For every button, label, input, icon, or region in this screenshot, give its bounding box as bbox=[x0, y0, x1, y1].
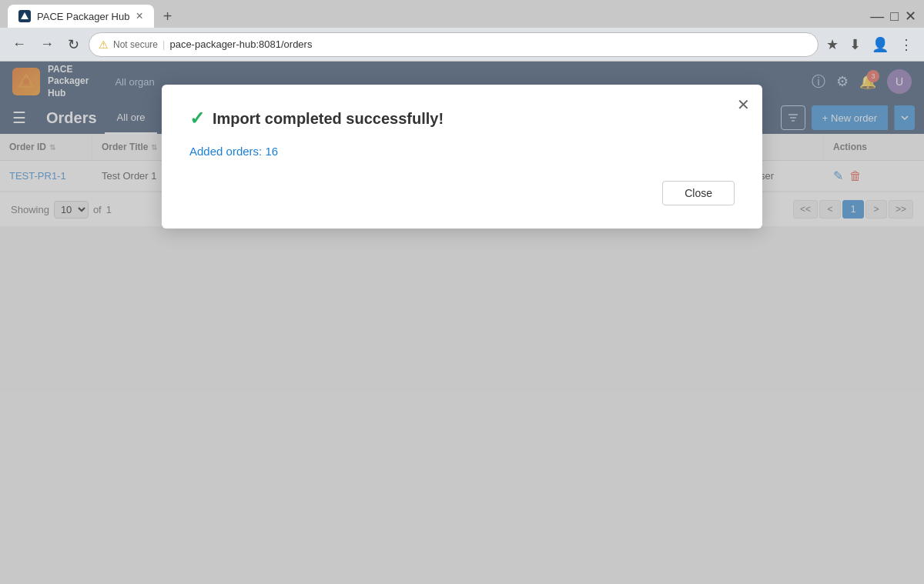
modal-body: Added orders: 16 bbox=[189, 145, 735, 158]
app-content: PACE Packager Hub All organ ⓘ ⚙ 🔔 3 U ☰ … bbox=[0, 62, 924, 584]
toolbar-right: ★ ⬇ 👤 ⋮ bbox=[823, 33, 916, 56]
modal-footer: Close bbox=[189, 181, 735, 205]
browser-titlebar: PACE Packager Hub × + — □ ✕ bbox=[0, 0, 924, 28]
window-controls: — □ ✕ bbox=[870, 8, 916, 25]
menu-button[interactable]: ⋮ bbox=[896, 33, 916, 56]
browser-tabs: PACE Packager Hub × + bbox=[8, 5, 178, 28]
success-icon: ✓ bbox=[189, 108, 205, 129]
back-button[interactable]: ← bbox=[8, 33, 31, 55]
tab-close-button[interactable]: × bbox=[136, 10, 142, 22]
modal-body-text: Added orders: 16 bbox=[189, 145, 278, 158]
browser-chrome: PACE Packager Hub × + — □ ✕ ← → ↻ ⚠ Not … bbox=[0, 0, 924, 62]
url-text: pace-packager-hub:8081/orders bbox=[169, 38, 312, 50]
security-warning-icon: ⚠ bbox=[99, 38, 109, 51]
download-icon[interactable]: ⬇ bbox=[846, 33, 864, 56]
close-button[interactable]: ✕ bbox=[905, 8, 916, 25]
profile-button[interactable]: 👤 bbox=[869, 33, 892, 56]
svg-marker-0 bbox=[21, 12, 28, 19]
maximize-button[interactable]: □ bbox=[890, 8, 899, 25]
reload-button[interactable]: ↻ bbox=[63, 33, 84, 56]
modal-title: ✓ Import completed successfully! bbox=[189, 108, 735, 129]
tab-title: PACE Packager Hub bbox=[37, 11, 129, 22]
forward-button[interactable]: → bbox=[35, 33, 59, 55]
bookmark-button[interactable]: ★ bbox=[823, 33, 842, 56]
browser-toolbar: ← → ↻ ⚠ Not secure | pace-packager-hub:8… bbox=[0, 28, 924, 62]
address-bar[interactable]: ⚠ Not secure | pace-packager-hub:8081/or… bbox=[89, 32, 819, 57]
modal-title-text: Import completed successfully! bbox=[213, 110, 444, 128]
active-tab[interactable]: PACE Packager Hub × bbox=[8, 5, 154, 28]
import-success-modal: ✕ ✓ Import completed successfully! Added… bbox=[162, 85, 762, 229]
security-warning-text: Not secure bbox=[113, 39, 158, 50]
minimize-button[interactable]: — bbox=[870, 8, 884, 25]
modal-close-action-button[interactable]: Close bbox=[662, 181, 735, 205]
new-tab-button[interactable]: + bbox=[157, 5, 179, 28]
tab-favicon bbox=[18, 10, 31, 22]
modal-overlay: ✕ ✓ Import completed successfully! Added… bbox=[0, 62, 924, 584]
modal-close-button[interactable]: ✕ bbox=[737, 95, 750, 114]
separator: | bbox=[162, 38, 165, 50]
